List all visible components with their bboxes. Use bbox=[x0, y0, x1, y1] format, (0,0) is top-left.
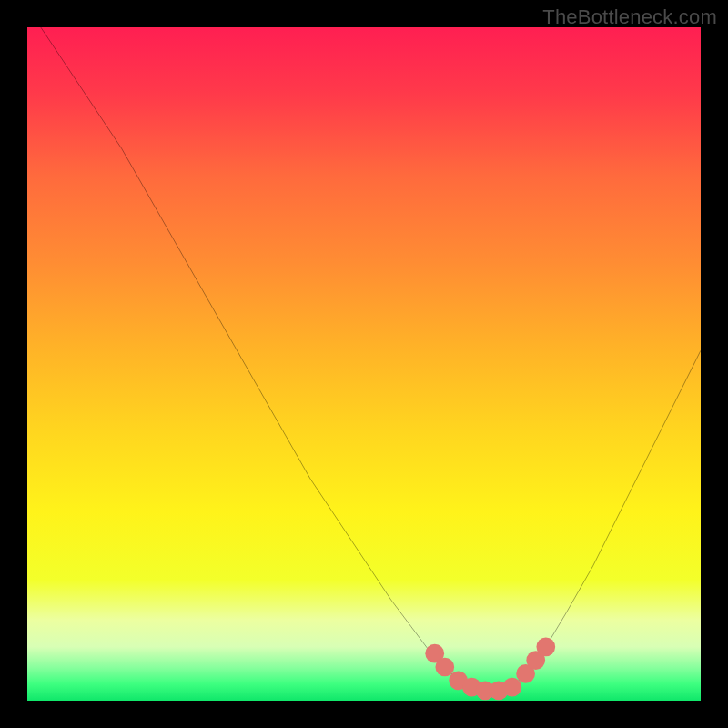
marker-point bbox=[502, 678, 521, 697]
curve-layer bbox=[27, 27, 701, 701]
chart-frame: TheBottleneck.com bbox=[0, 0, 728, 728]
plot-area bbox=[27, 27, 701, 701]
optimal-range-markers bbox=[425, 637, 555, 700]
bottleneck-curve bbox=[41, 27, 701, 691]
marker-point bbox=[536, 637, 555, 656]
marker-point bbox=[435, 658, 454, 677]
watermark-text: TheBottleneck.com bbox=[542, 5, 717, 29]
